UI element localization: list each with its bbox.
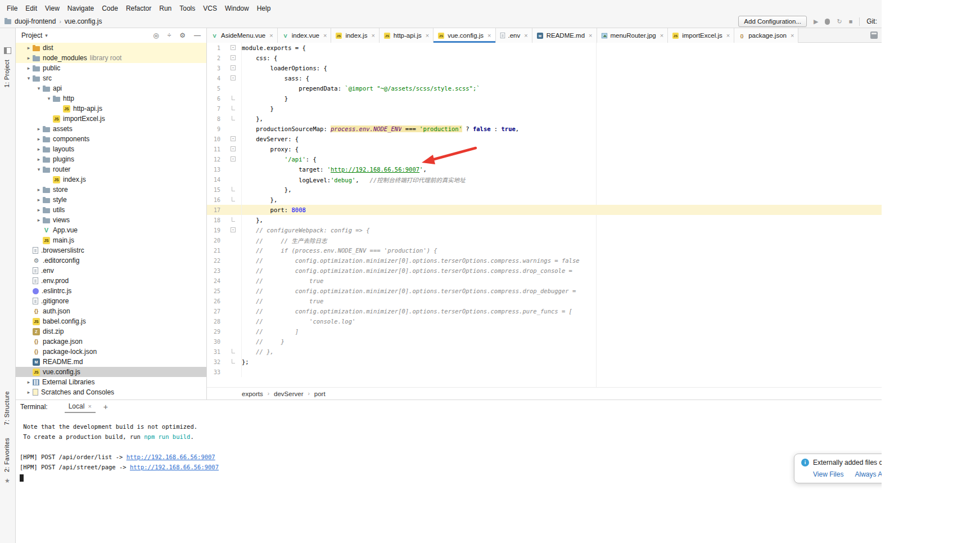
terminal-tab-local[interactable]: Local ×: [65, 401, 96, 413]
tree-item-components[interactable]: ▸components: [16, 134, 206, 144]
editor-line-2[interactable]: 2- css: {: [207, 53, 882, 63]
tree-item-vue.config.js[interactable]: JSvue.config.js: [16, 367, 206, 377]
menu-code[interactable]: Code: [98, 4, 122, 13]
editor-line-14[interactable]: 14 logLevel:'debug', //控制台终端打印代理前的真实地址: [207, 174, 882, 185]
tree-item-app.vue[interactable]: VApp.vue: [16, 225, 206, 235]
tree-item-dist[interactable]: ▸dist: [16, 43, 206, 53]
tree-item-style[interactable]: ▸style: [16, 195, 206, 205]
editor-line-27[interactable]: 27 // config.optimization.minimizer[0].o…: [207, 306, 882, 316]
fold-collapse-icon[interactable]: -: [231, 146, 236, 151]
tree-item-dist.zip[interactable]: Zdist.zip: [16, 326, 206, 336]
tab-close-icon[interactable]: ×: [726, 32, 730, 39]
tree-item-router[interactable]: ▾router: [16, 164, 206, 174]
chevron-right-icon[interactable]: ▸: [25, 379, 33, 385]
tab-menurouter.jpg[interactable]: menuRouter.jpg×: [597, 28, 669, 43]
editor-line-26[interactable]: 26 // true: [207, 296, 882, 306]
menu-help[interactable]: Help: [253, 4, 275, 13]
editor-line-9[interactable]: 9 productionSourceMap: process.env.NODE_…: [207, 124, 882, 134]
menu-navigate[interactable]: Navigate: [64, 4, 98, 13]
tree-item-importexcel.js[interactable]: JSimportExcel.js: [16, 114, 206, 124]
terminal-link[interactable]: http://192.168.66.56:9007: [130, 464, 219, 470]
editor-line-19[interactable]: 19- // configureWebpack: config => {: [207, 225, 882, 235]
view-files-link[interactable]: View Files: [813, 470, 843, 478]
settings-gear-icon[interactable]: ⚙: [179, 32, 186, 39]
tree-item-store[interactable]: ▸store: [16, 185, 206, 195]
tree-item-.gitignore[interactable]: .gitignore: [16, 296, 206, 306]
editor-line-12[interactable]: 12- '/api': {: [207, 154, 882, 164]
tree-item-babel.config.js[interactable]: JSbabel.config.js: [16, 316, 206, 326]
editor-breadcrumb-port[interactable]: port: [314, 391, 326, 397]
editor-line-20[interactable]: 20 // // 生产去除日志: [207, 235, 882, 245]
tree-item-layouts[interactable]: ▸layouts: [16, 144, 206, 154]
hide-panel-icon[interactable]: ―: [194, 32, 201, 39]
chevron-down-icon[interactable]: ▾: [45, 96, 53, 101]
tool-button-project[interactable]: 1: Project: [3, 60, 10, 87]
editor-breadcrumb-exports[interactable]: exports: [242, 391, 263, 397]
run-icon[interactable]: ▶: [814, 19, 818, 25]
editor-line-6[interactable]: 6 }: [207, 93, 882, 104]
menu-tools[interactable]: Tools: [175, 4, 199, 13]
editor-line-28[interactable]: 28 // 'console.log': [207, 316, 882, 326]
tab-package.json[interactable]: {}package.json×: [734, 28, 798, 43]
editor-line-3[interactable]: 3- loaderOptions: {: [207, 63, 882, 73]
tab-close-icon[interactable]: ×: [660, 32, 663, 39]
tool-button-structure[interactable]: 7: Structure: [3, 391, 10, 425]
editor-line-15[interactable]: 15 },: [207, 185, 882, 195]
chevron-right-icon[interactable]: ▸: [35, 187, 43, 192]
fold-collapse-icon[interactable]: -: [231, 156, 236, 161]
fold-collapse-icon[interactable]: -: [231, 55, 236, 60]
tree-item-src[interactable]: ▾src: [16, 73, 206, 83]
debug-icon[interactable]: [825, 19, 830, 25]
tab-close-icon[interactable]: ×: [269, 32, 273, 39]
add-configuration-button[interactable]: Add Configuration...: [738, 16, 807, 27]
editor-line-4[interactable]: 4- sass: {: [207, 73, 882, 83]
rerun-icon[interactable]: ↻: [837, 19, 842, 25]
editor-tab-options-icon[interactable]: [870, 32, 878, 39]
project-panel-title[interactable]: Project: [21, 32, 42, 39]
tree-item-http[interactable]: ▾http: [16, 93, 206, 104]
terminal-add-icon[interactable]: +: [103, 402, 108, 411]
terminal-link[interactable]: http://192.168.66.56:9007: [127, 454, 215, 460]
tree-item-api[interactable]: ▾api: [16, 83, 206, 93]
editor-line-25[interactable]: 25 // config.optimization.minimizer[0].o…: [207, 286, 882, 296]
editor-line-24[interactable]: 24 // true: [207, 276, 882, 286]
tree-item-.env[interactable]: .env: [16, 266, 206, 276]
menu-edit[interactable]: Edit: [21, 4, 41, 13]
tree-item-external-libraries[interactable]: ▸External Libraries: [16, 377, 206, 387]
tab-close-icon[interactable]: ×: [487, 32, 491, 39]
tool-button-favorites[interactable]: 2: Favorites: [3, 438, 10, 472]
chevron-right-icon[interactable]: ▸: [35, 197, 43, 203]
chevron-down-icon[interactable]: ▾: [35, 86, 43, 91]
chevron-right-icon[interactable]: ▸: [35, 136, 43, 142]
tree-item-views[interactable]: ▸views: [16, 215, 206, 225]
editor-line-32[interactable]: 32};: [207, 357, 882, 367]
fold-collapse-icon[interactable]: -: [231, 136, 236, 141]
tab-close-icon[interactable]: ×: [371, 32, 374, 39]
editor-line-33[interactable]: 33: [207, 367, 882, 377]
editor-line-21[interactable]: 21 // if (process.env.NODE_ENV === 'prod…: [207, 245, 882, 255]
collapse-all-icon[interactable]: ÷: [168, 32, 171, 39]
fold-collapse-icon[interactable]: -: [231, 65, 236, 70]
chevron-down-icon[interactable]: ▾: [35, 167, 43, 172]
editor-line-16[interactable]: 16 },: [207, 195, 882, 205]
editor-line-11[interactable]: 11- proxy: {: [207, 144, 882, 154]
tab-close-icon[interactable]: ×: [791, 32, 794, 39]
menu-vcs[interactable]: VCS: [199, 4, 221, 13]
tree-item-package-lock.json[interactable]: {}package-lock.json: [16, 347, 206, 357]
tree-item-index.js[interactable]: JSindex.js: [16, 174, 206, 185]
tab-close-icon[interactable]: ×: [589, 32, 592, 39]
tree-item-.browserslistrc[interactable]: .browserslistrc: [16, 245, 206, 255]
chevron-right-icon[interactable]: ▸: [35, 156, 43, 162]
tree-item-assets[interactable]: ▸assets: [16, 124, 206, 134]
git-label[interactable]: Git:: [866, 17, 877, 25]
tab-http-api.js[interactable]: JShttp-api.js×: [380, 28, 433, 43]
menu-refactor[interactable]: Refactor: [122, 4, 155, 13]
menu-view[interactable]: View: [41, 4, 64, 13]
tree-item-.env.prod[interactable]: .env.prod: [16, 276, 206, 286]
editor-line-10[interactable]: 10- devServer: {: [207, 134, 882, 144]
menu-file[interactable]: File: [3, 4, 21, 13]
editor-line-31[interactable]: 31 // },: [207, 347, 882, 357]
fold-collapse-icon[interactable]: -: [231, 45, 236, 50]
editor-line-5[interactable]: 5 prependData: `@import "~@/assets/scss/…: [207, 83, 882, 93]
tree-item-package.json[interactable]: {}package.json: [16, 336, 206, 347]
